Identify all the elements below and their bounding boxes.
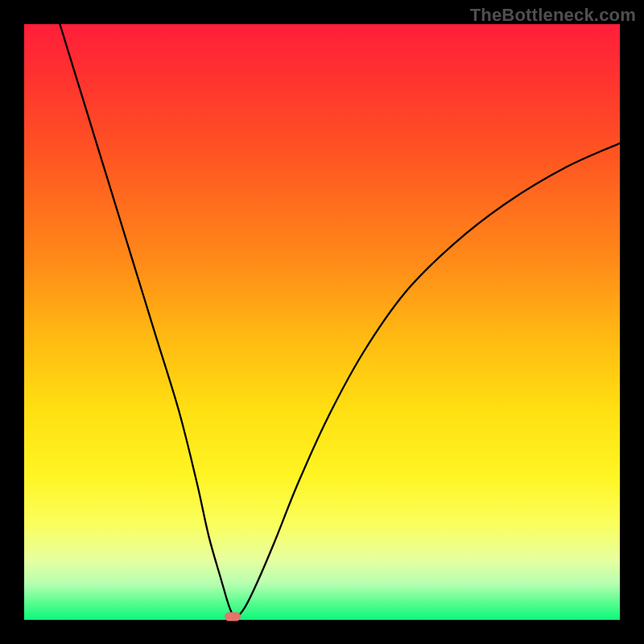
bottleneck-curve <box>24 24 620 620</box>
watermark-text: TheBottleneck.com <box>470 5 636 26</box>
chart-container: TheBottleneck.com <box>0 0 644 644</box>
optimal-point-marker <box>225 613 241 621</box>
plot-area <box>24 24 620 620</box>
